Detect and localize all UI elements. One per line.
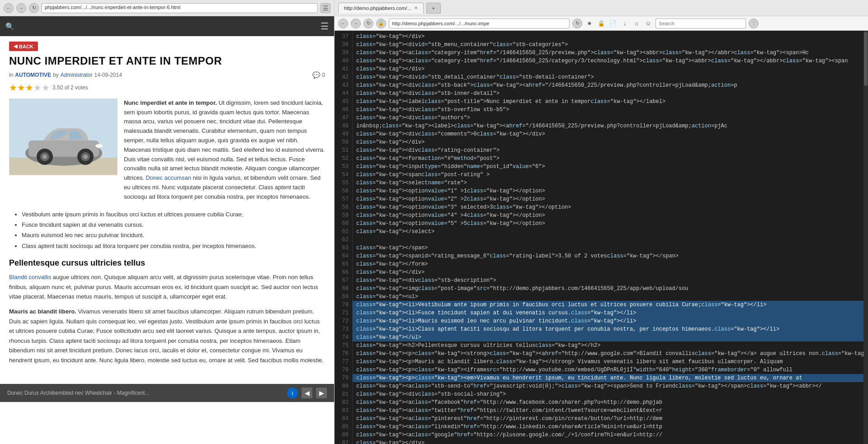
browser-tab-bar: http://demo.phpjabbers.com/... ✕ + [335,0,868,16]
category-link[interactable]: AUTOMOTIVE [15,72,51,78]
star-4: ★ [33,82,42,93]
download-icon[interactable]: ↓ [620,19,629,28]
right-back-btn[interactable]: ← [338,19,348,28]
star-rating[interactable]: ★ ★ ★ ★ ★ [9,82,50,93]
article-footer-bar: Donec Durus Archibembled nec Wheelchair … [0,384,334,402]
code-line: class="kw-tag"><option value="1" >1class… [353,187,863,195]
right-refresh-icon[interactable]: ↻ [572,19,582,28]
code-line: class="kw-tag"></select> [353,228,863,236]
back-button[interactable]: ◀ BACK [9,42,38,51]
line-numbers: 3738394041424344454647484950515253545556… [335,31,353,444]
code-line: class="kw-tag"><li>Mauris euismod leo ne… [353,317,863,325]
code-line: class="kw-tag"><ul> [353,293,863,301]
code-line: class="kw-tag"><li>Vestibulum ante ipsum… [353,301,863,309]
scrollbar-thumb[interactable] [864,32,868,86]
shield-icon[interactable]: 🔒 [597,19,606,28]
p2-text: Vivamus venenatis libero sit amet faucib… [9,308,324,363]
list-item-2: Fusce tincidunt sapien at dui venenatis … [22,220,325,230]
p1-text: augue ultrices non. Quisque aliquam arcu… [9,274,318,300]
back-arrow-icon: ◀ [14,43,17,49]
browser-nav-right: ← → ↻ 🔒 ↻ ★ 🔒 📄 ↓ ⌂ ☺ ⋮ [335,16,868,31]
star-3: ★ [25,82,33,93]
code-line: class="kw-tag"><div class="stb-back">cla… [353,81,863,89]
meta-by: by [53,72,59,78]
code-line: class="kw-tag"><option value="2" >2class… [353,195,863,203]
right-lock-btn: 🔒 [376,19,386,28]
meta-in: in [9,72,13,78]
code-line: class="kw-tag"><a class="pinterest" href… [353,415,863,423]
article-title: NUNC IMPERDIET ET ANTE IN TEMPOR [9,55,325,68]
code-line: class="kw-tag"><option value="3" selecte… [353,203,863,211]
code-line: class="kw-tag"><div class="stb-descripti… [353,276,863,285]
left-panel: ← → ↻ phpjabbers.com/.../.../nunc-imperd… [0,0,335,444]
reading-list-icon[interactable]: 📄 [609,19,618,28]
code-panel: 3738394041424344454647484950515253545556… [335,31,868,444]
article-paragraph-1: Blandit convallis augue ultrices non. Qu… [9,272,325,301]
code-line: class="kw-tag"><option value="4" >4class… [353,211,863,220]
section-heading: Pellentesque cursus ultricies tellus [9,258,325,268]
home-icon[interactable]: ⌂ [632,19,641,28]
article-container: NUNC IMPERDIET ET ANTE IN TEMPOR in AUTO… [0,55,334,379]
smiley-icon[interactable]: ☺ [644,19,653,28]
code-line: class="kw-tag"><li>Class aptent taciti s… [353,325,863,333]
footer-arrows: ◀ ▶ [302,388,327,398]
code-line: class="kw-tag"><div id="stb_detail_conta… [353,73,863,81]
footer-prev-btn[interactable]: ◀ [302,388,312,398]
code-line: class="kw-tag"><p>Mauris ac blandit libe… [353,358,863,366]
back-nav-btn[interactable]: ← [4,3,14,13]
tab-2-label: + [432,5,435,11]
article-paragraph-2: Mauris ac blandit libero. Vivamus venena… [9,307,325,365]
footer-info-button[interactable]: i [287,388,298,398]
url-bar-right[interactable] [389,19,570,28]
footer-next-btn[interactable]: ▶ [316,388,327,398]
code-line: class="kw-tag"><a class="google" href="h… [353,431,863,439]
svg-point-6 [42,154,47,159]
p2-title: Mauris ac blandit libero. [9,308,76,315]
code-line: class="kw-tag"><div class="authors"> [353,114,863,122]
right-panel: http://demo.phpjabbers.com/... ✕ + ← → ↻… [335,0,868,444]
right-reload-btn[interactable]: ↻ [363,19,373,28]
code-line: class="kw-tag"><a class="twitter" href="… [353,407,863,415]
article-intro-rest: Ut dignissim, lorem sed tincidunt lacini… [124,99,325,181]
back-label: BACK [19,44,33,49]
code-content[interactable]: class="kw-tag"></div> class="kw-tag"><di… [353,31,863,444]
tab-1[interactable]: http://demo.phpjabbers.com/... ✕ [338,3,424,14]
mobile-hamburger-icon[interactable]: ☰ [321,21,329,32]
article-list: Vestibulum ante ipsum primis in faucibus… [9,209,325,252]
code-line: class="kw-tag"></ul> [353,333,863,341]
tab-1-close[interactable]: ✕ [414,5,418,10]
code-line: class="kw-tag"></div> [353,138,863,146]
article-intro-bold: Nunc imperdiet et ante in tempor. [124,99,217,106]
code-line: class="kw-tag"><span class="post-rating"… [353,171,863,179]
article-image [9,98,118,175]
article-link[interactable]: Donec accumsan [146,174,191,181]
article-meta-left: in AUTOMOTIVE by Administrator 14-09-201… [9,72,122,78]
code-line: class="kw-tag"><a class="facebook" href=… [353,398,863,407]
comment-icon: 💬 [312,71,320,79]
article-meta: in AUTOMOTIVE by Administrator 14-09-201… [9,71,325,79]
code-line: class="kw-tag"><h2>Pellentesque cursus u… [353,341,863,350]
reload-btn[interactable]: ↻ [29,3,39,13]
code-line: class="kw-tag"><a class="stb-send-to" hr… [353,382,863,390]
code-line: class="kw-tag"><div class="stb-social-sh… [353,390,863,398]
search-input-right[interactable] [656,19,746,28]
bookmark-icon[interactable]: ★ [585,19,594,28]
right-forward-btn[interactable]: → [351,19,361,28]
p1-link[interactable]: Blandit convallis [9,274,51,280]
article-date: 14-09-2014 [94,72,122,78]
code-line: class="kw-tag"><input type="hidden" name… [353,163,863,171]
star-1: ★ [9,82,17,93]
code-line: class="kw-tag"><div class="stb-inner-det… [353,89,863,98]
more-icon[interactable]: ⋮ [749,19,759,28]
code-line: class="kw-tag"><p>class="kw-tag"><iframe… [353,366,863,374]
tab-2[interactable]: + [426,3,441,14]
url-bar-left[interactable]: phpjabbers.com/.../.../nunc-imperdiet-et… [42,3,318,13]
author-link[interactable]: Administrator [61,72,93,78]
mobile-search-icon[interactable]: 🔍 [5,22,14,31]
code-line: class="kw-tag"></div> [353,439,863,444]
forward-nav-btn[interactable]: → [16,3,26,13]
scrollbar[interactable] [863,31,868,444]
code-line: class="kw-tag"><form action="#" method="… [353,154,863,163]
menu-btn-left[interactable]: ☰ [321,3,330,13]
code-line: class="kw-tag"><div class="comments">0cl… [353,130,863,138]
